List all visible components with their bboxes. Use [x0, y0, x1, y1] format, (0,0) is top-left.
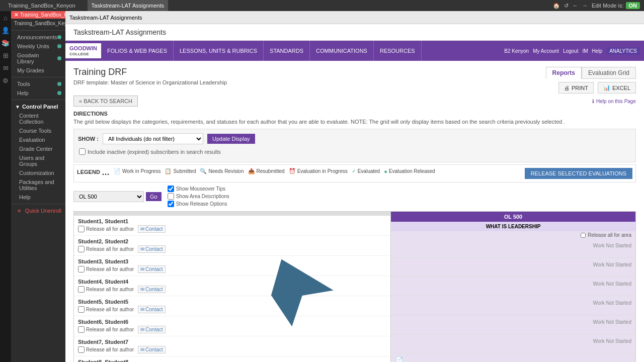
legend-submitted: 📋 Submitted: [165, 168, 196, 174]
nav-logout[interactable]: Logout: [563, 48, 579, 54]
show-select[interactable]: All Individuals (do not filter): [103, 133, 203, 144]
sidebar-item-goodwin-library[interactable]: Goodwin Library: [11, 51, 65, 66]
status-cell: Work Not Started: [391, 277, 635, 296]
update-display-button[interactable]: Update Display: [207, 134, 255, 144]
contact-button[interactable]: ✉ Contact: [138, 306, 165, 313]
sidebar-dot: [57, 91, 61, 95]
filter-select[interactable]: OL 500: [73, 191, 144, 202]
tab-reports[interactable]: Reports: [546, 67, 582, 79]
show-label: SHOW :: [78, 136, 99, 142]
tab-evaluation-grid[interactable]: Evaluation Grid: [582, 67, 636, 79]
sidebar-item-course-tools[interactable]: Course Tools: [11, 126, 65, 135]
contact-button[interactable]: ✉ Contact: [138, 265, 165, 273]
sidebar-item-customization[interactable]: Customization: [11, 168, 65, 177]
sidebar-item-help-top[interactable]: Help: [11, 88, 65, 98]
top-bar-icon-forward[interactable]: →: [582, 3, 588, 9]
sidebar-item-grade-center[interactable]: Grade Center: [11, 144, 65, 153]
mouseover-tips-checkbox[interactable]: [168, 186, 174, 192]
sidebar: ⌂ 👤 📚 ⊞ ✉ ⚙ ✕ Training_SandBox_Keyon Tra…: [0, 11, 65, 362]
status-cell: Work Not Started: [391, 296, 635, 315]
edit-mode-toggle[interactable]: ON: [626, 2, 640, 9]
student-actions: Release all for author ✉ Contact: [78, 326, 386, 333]
sidebar-icon-people[interactable]: 👤: [2, 27, 10, 34]
sidebar-icon-settings[interactable]: ⚙: [3, 77, 9, 84]
table-row: Student5, Student5 Release all for autho…: [74, 296, 390, 316]
directions-text: The grid below displays the categories, …: [73, 119, 636, 125]
sidebar-item-tools[interactable]: Tools: [11, 79, 65, 88]
help-on-page-link[interactable]: Help on this Page: [596, 99, 636, 104]
go-button[interactable]: Go: [146, 192, 162, 201]
legend-needs-revision: 🔍 Needs Revision: [200, 168, 244, 174]
sidebar-quick-unenroll[interactable]: ✕ Quick Unenroll: [11, 206, 65, 215]
release-all-checkbox[interactable]: [78, 246, 85, 252]
release-all-checkbox[interactable]: [78, 326, 85, 333]
sidebar-item-my-grades[interactable]: My Grades: [11, 66, 65, 75]
release-all-checkbox[interactable]: [78, 226, 85, 232]
sidebar-icon-book[interactable]: 📚: [2, 39, 10, 47]
release-selected-button[interactable]: RELEASE SELECTED EVALUATIONS: [525, 168, 632, 179]
goodwin-logo: GOODWIN COLLEGE: [65, 43, 101, 59]
sidebar-course-label: Training_SandBox_Keyon: [20, 12, 65, 18]
nav-my-account[interactable]: My Account: [533, 48, 559, 54]
nav-standards[interactable]: STANDARDS: [264, 41, 310, 61]
release-all-checkbox[interactable]: [78, 286, 85, 293]
filter-row: OL 500 Go Show Mouseover Tips Show Area …: [73, 186, 636, 207]
release-options-checkbox[interactable]: [168, 201, 174, 207]
file-icon: 📄: [395, 356, 404, 362]
table-row: Student2, Student2 Release all for autho…: [74, 236, 390, 256]
sidebar-icon-grid[interactable]: ⊞: [3, 52, 9, 59]
contact-button[interactable]: ✉ Contact: [138, 225, 165, 233]
sidebar-item-users-and-groups[interactable]: Users and Groups: [11, 153, 65, 168]
directions-title: DIRECTIONS: [73, 111, 636, 117]
tab-training-sandbox[interactable]: Training_SandBox_Kenyon: [4, 0, 79, 11]
release-all-checkbox[interactable]: [78, 306, 85, 313]
sidebar-icon-chat[interactable]: ✉: [3, 64, 9, 72]
contact-button[interactable]: ✉ Contact: [138, 245, 165, 253]
sidebar-item-announcements[interactable]: Announcements: [11, 33, 65, 42]
contact-button[interactable]: ✉ Contact: [138, 326, 165, 333]
excel-button[interactable]: 📊 EXCEL: [598, 82, 636, 94]
sidebar-dot: [57, 44, 61, 48]
legend-evaluated: ✓ Evaluated: [352, 168, 380, 174]
contact-button[interactable]: ✉ Contact: [138, 346, 165, 353]
contact-button[interactable]: ✉ Contact: [138, 286, 165, 293]
top-bar-icon-back[interactable]: ←: [573, 3, 578, 9]
nav-resources[interactable]: RESOURCES: [374, 41, 422, 61]
sidebar-close-x[interactable]: ✕: [14, 12, 18, 18]
nav-lessons[interactable]: LESSONS, UNITS & RUBRICS: [174, 41, 264, 61]
nav-analytics[interactable]: ANALYTICS: [606, 47, 640, 55]
student-actions: Release all for author ✉ Contact: [78, 286, 386, 293]
page-title-secondary: Taskstream-LAT Assignments: [69, 15, 142, 21]
top-bar-icon-refresh[interactable]: ↺: [564, 3, 569, 9]
sidebar-item-weekly-units[interactable]: Weekly Units: [11, 42, 65, 51]
sidebar-control-panel[interactable]: ▼ Control Panel: [11, 102, 65, 111]
nav-user-info: B2 Kenyon: [504, 48, 529, 54]
release-all-label: Release all for author: [78, 306, 134, 313]
sidebar-item-evaluation[interactable]: Evaluation: [11, 135, 65, 144]
area-descriptions-checkbox[interactable]: [168, 193, 174, 200]
nav-right: B2 Kenyon My Account Logout IM Help ANAL…: [500, 47, 644, 55]
sidebar-item-packages-utilities[interactable]: Packages and Utilities: [11, 177, 65, 193]
back-to-search-button[interactable]: « BACK TO SEARCH: [73, 96, 138, 107]
sidebar-item-help-bottom[interactable]: Help: [11, 193, 65, 202]
nav-communications[interactable]: COMMUNICATIONS: [310, 41, 374, 61]
sidebar-icon-home[interactable]: ⌂: [4, 14, 8, 22]
drf-template: DRF template: Master of Science in Organ…: [73, 79, 227, 85]
nav-folios[interactable]: FOLIOS & WEB PAGES: [101, 41, 174, 61]
release-all-checkbox[interactable]: [78, 266, 85, 273]
release-all-label: Release all for author: [78, 286, 134, 293]
legend-eval-in-progress: ⏰ Evaluation in Progress: [289, 168, 348, 174]
include-inactive-checkbox[interactable]: [79, 148, 86, 155]
print-icon: 🖨: [564, 85, 570, 91]
release-all-area-checkbox[interactable]: [581, 233, 586, 238]
print-button[interactable]: 🖨 PRINT: [558, 82, 594, 94]
tab-taskstream[interactable]: Taskstream-LAT Assignments: [88, 0, 168, 11]
nav-help[interactable]: Help: [592, 48, 603, 54]
sidebar-item-content-collection[interactable]: Content Collection: [11, 111, 65, 126]
drf-tabs: Reports Evaluation Grid: [546, 67, 636, 79]
release-all-checkbox[interactable]: [78, 346, 85, 353]
table-header-right: OL 500: [391, 212, 635, 222]
nav-im[interactable]: IM: [582, 48, 588, 54]
top-bar-icon-home[interactable]: 🏠: [553, 3, 560, 9]
content-area: Taskstream-LAT Assignments Taskstream-LA…: [65, 11, 644, 362]
